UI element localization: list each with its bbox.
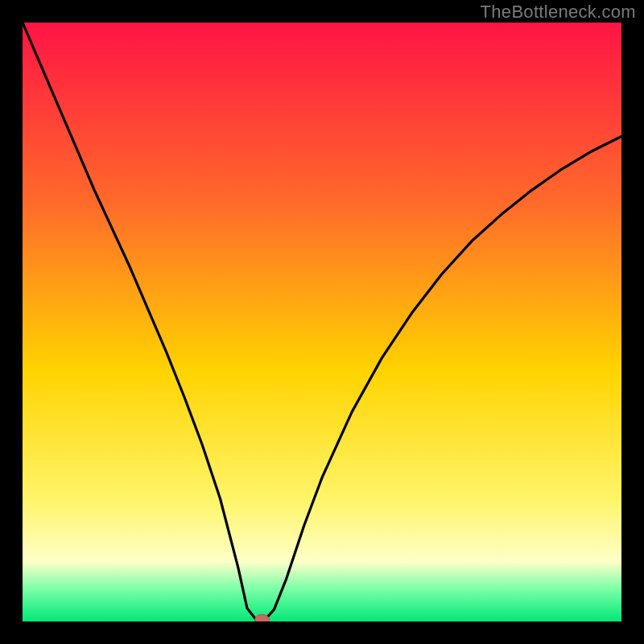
gradient-background (23, 23, 621, 621)
chart-svg (23, 23, 621, 621)
watermark-text: TheBottleneck.com (481, 2, 636, 23)
chart-frame: TheBottleneck.com (0, 0, 644, 644)
plot-area (23, 23, 621, 621)
optimal-marker (255, 614, 270, 621)
